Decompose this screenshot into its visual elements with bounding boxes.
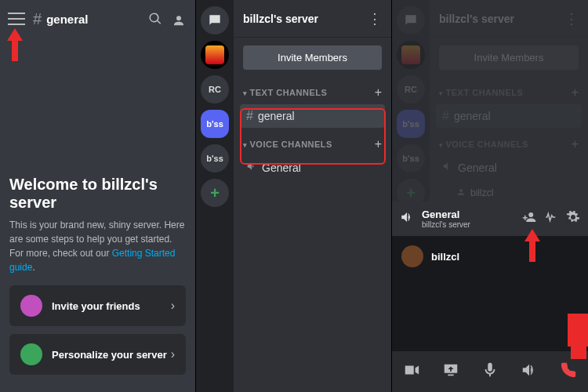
rail-direct-messages[interactable] [201, 6, 229, 34]
user-avatar[interactable] [401, 245, 423, 267]
tutorial-arrow-adduser [524, 229, 540, 262]
invite-friends-card[interactable]: Invite your friends › [9, 285, 186, 326]
hash-icon: # [33, 10, 42, 28]
voice-overlay: General billzcl's server billzcl [392, 201, 588, 392]
personalize-server-icon [20, 343, 42, 365]
server-rail: RC b'ss b'ss + [196, 0, 234, 392]
voice-header: General billzcl's server [392, 201, 588, 236]
voice-channel-title: General [422, 209, 514, 220]
tutorial-highlight-voice [240, 108, 386, 165]
tutorial-arrow-hamburger [7, 28, 23, 61]
search-icon[interactable] [147, 10, 164, 27]
channel-name: general [46, 13, 140, 26]
panel-chat-view: # general Welcome to billzcl's server Th… [0, 0, 196, 392]
tutorial-arrow-disconnect [568, 314, 588, 359]
camera-icon[interactable] [403, 361, 420, 382]
rail-add-server[interactable]: + [201, 179, 229, 207]
voice-server-subtitle: billzcl's server [422, 220, 514, 229]
personalize-server-card[interactable]: Personalize your server › [9, 334, 186, 375]
chevron-right-icon: › [171, 347, 175, 361]
invite-friends-label: Invite your friends [52, 300, 171, 312]
voice-control-bar [392, 351, 588, 392]
text-channels-header[interactable]: TEXT CHANNELS + [234, 78, 391, 103]
server-title: billzcl's server [243, 13, 368, 25]
screen-share-icon[interactable] [442, 361, 459, 382]
mute-mic-icon[interactable] [481, 361, 499, 382]
add-user-icon[interactable] [522, 210, 536, 227]
invite-friends-icon [20, 295, 42, 317]
chevron-right-icon: › [171, 299, 175, 313]
rail-server-selected[interactable]: b'ss [201, 110, 229, 138]
deafen-icon[interactable] [521, 361, 538, 382]
channel-list: billzcl's server ⋮ Invite Members TEXT C… [234, 0, 391, 392]
panel-voice-connected: RC b'ss b'ss + billzcl's server⋮ Invite … [392, 0, 588, 392]
server-menu-icon[interactable]: ⋮ [368, 10, 382, 27]
add-text-channel-icon[interactable]: + [375, 85, 382, 100]
noise-suppression-icon[interactable] [544, 210, 558, 227]
personalize-server-label: Personalize your server [52, 349, 171, 361]
rail-server-bss2[interactable]: b'ss [201, 144, 229, 172]
chat-header: # general [0, 0, 195, 38]
speaker-icon [400, 210, 414, 227]
panel-server-channels: RC b'ss b'ss + billzcl's server ⋮ Invite… [196, 0, 392, 392]
hamburger-menu-icon[interactable] [8, 13, 25, 25]
voice-participant-row: billzcl [392, 236, 588, 277]
welcome-text: This is your brand new, shiny server. He… [9, 218, 186, 274]
members-icon[interactable] [170, 10, 187, 27]
server-header: billzcl's server ⋮ [234, 0, 391, 38]
username-label: billzcl [431, 251, 459, 263]
rail-server-1[interactable] [201, 41, 229, 69]
rail-server-rc[interactable]: RC [201, 75, 229, 103]
settings-gear-icon[interactable] [566, 210, 580, 227]
welcome-heading: Welcome to billzcl's server [9, 176, 186, 212]
disconnect-call-icon[interactable] [560, 361, 577, 382]
invite-members-button[interactable]: Invite Members [243, 45, 382, 70]
welcome-section: Welcome to billzcl's server This is your… [0, 166, 195, 392]
